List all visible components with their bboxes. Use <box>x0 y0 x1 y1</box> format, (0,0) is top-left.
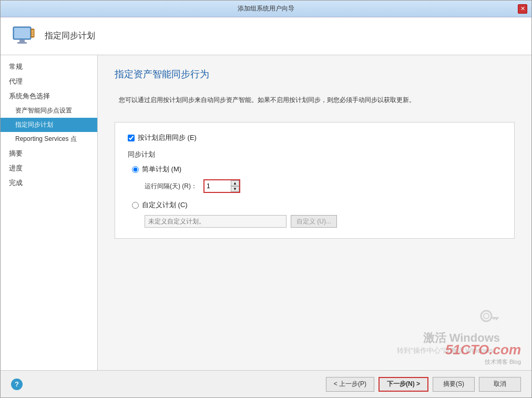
activate-watermark: 激活 Windows 转到"操作中心"以激活 Windows。 <box>397 308 500 355</box>
svg-rect-3 <box>17 42 27 44</box>
simple-schedule-row: 简单计划 (M) <box>132 165 502 174</box>
spinner-down[interactable]: ▼ <box>231 186 239 192</box>
sidebar-item-sync-schedule[interactable]: 指定同步计划 <box>1 118 97 132</box>
title-bar: 添加组系统用户向导 ✕ <box>1 1 531 17</box>
header-title: 指定同步计划 <box>45 30 95 42</box>
summary-button[interactable]: 摘要(S) <box>433 377 475 392</box>
sidebar-item-complete[interactable]: 完成 <box>1 176 97 190</box>
main-window: 添加组系统用户向导 ✕ 指定同步计划 常规 代理 系统角色选择 资产智能同步点设… <box>0 0 532 398</box>
simple-schedule-label[interactable]: 简单计划 (M) <box>142 165 181 174</box>
next-button[interactable]: 下一步(N) > <box>378 377 428 392</box>
content-title: 指定资产智能同步行为 <box>115 68 515 80</box>
svg-rect-1 <box>14 28 30 38</box>
interval-row: 运行间隔(天) (R)： 1 ▲ ▼ <box>145 179 502 193</box>
enable-sync-label[interactable]: 按计划启用同步 (E) <box>138 133 197 142</box>
sidebar-item-roles[interactable]: 系统角色选择 <box>1 89 97 104</box>
custom-schedule-row: 自定义计划 (C) <box>132 200 502 210</box>
custom-schedule-button: 自定义 (U)... <box>291 215 337 228</box>
enable-sync-row: 按计划启用同步 (E) <box>128 133 502 142</box>
svg-rect-6 <box>32 33 34 34</box>
custom-schedule-inputs: 自定义 (U)... <box>145 215 502 228</box>
watermark-title: 激活 Windows <box>397 330 500 346</box>
main-area: 常规 代理 系统角色选择 资产智能同步点设置 指定同步计划 Reporting … <box>1 55 531 370</box>
back-button[interactable]: < 上一步(P) <box>326 377 374 392</box>
svg-rect-5 <box>32 30 34 32</box>
sidebar-item-reporting[interactable]: Reporting Services 点 <box>1 132 97 146</box>
simple-schedule-radio[interactable] <box>132 166 139 173</box>
sidebar-item-asset-settings[interactable]: 资产智能同步点设置 <box>1 104 97 118</box>
svg-rect-12 <box>493 317 495 320</box>
close-button[interactable]: ✕ <box>518 4 527 14</box>
custom-schedule-input <box>145 215 287 228</box>
schedule-section-label: 同步计划 <box>128 150 502 159</box>
form-area: 按计划启用同步 (E) 同步计划 简单计划 (M) 运行间隔(天) (R)： 1 <box>115 122 515 239</box>
title-bar-text: 添加组系统用户向导 <box>14 4 518 13</box>
interval-input[interactable]: 1 <box>204 180 231 192</box>
watermark-sub: 转到"操作中心"以激活 Windows。 <box>397 346 500 355</box>
svg-point-9 <box>484 313 489 319</box>
spinner-up[interactable]: ▲ <box>231 180 239 186</box>
svg-rect-11 <box>496 317 497 320</box>
key-icon <box>479 308 500 329</box>
custom-schedule-radio[interactable] <box>132 202 139 209</box>
svg-point-8 <box>481 311 492 321</box>
enable-sync-checkbox[interactable] <box>128 135 135 141</box>
footer: ? < 上一步(P) 下一步(N) > 摘要(S) 取消 <box>1 370 531 397</box>
sidebar-item-general[interactable]: 常规 <box>1 59 97 74</box>
sidebar-item-proxy[interactable]: 代理 <box>1 74 97 89</box>
svg-rect-10 <box>490 317 499 319</box>
svg-rect-7 <box>32 35 34 36</box>
help-button[interactable]: ? <box>11 379 23 390</box>
interval-input-wrap: 1 ▲ ▼ <box>203 179 240 193</box>
header-area: 指定同步计划 <box>1 17 531 55</box>
content-area: 指定资产智能同步行为 您可以通过启用按计划同步来自动同步资产智能。如果不启用按计… <box>98 55 531 370</box>
svg-rect-2 <box>19 39 25 42</box>
sidebar-item-progress[interactable]: 进度 <box>1 161 97 176</box>
sidebar-item-summary[interactable]: 摘要 <box>1 146 97 161</box>
interval-label: 运行间隔(天) (R)： <box>145 182 197 191</box>
description-text: 您可以通过启用按计划同步来自动同步资产智能。如果不启用按计划同步，则您必须手动同… <box>115 91 515 109</box>
radio-group: 简单计划 (M) 运行间隔(天) (R)： 1 ▲ ▼ <box>132 165 502 228</box>
custom-schedule-label[interactable]: 自定义计划 (C) <box>142 200 188 210</box>
spinner-buttons: ▲ ▼ <box>231 180 239 192</box>
sidebar: 常规 代理 系统角色选择 资产智能同步点设置 指定同步计划 Reporting … <box>1 55 98 370</box>
cancel-button[interactable]: 取消 <box>479 377 521 392</box>
wizard-icon <box>11 24 36 49</box>
